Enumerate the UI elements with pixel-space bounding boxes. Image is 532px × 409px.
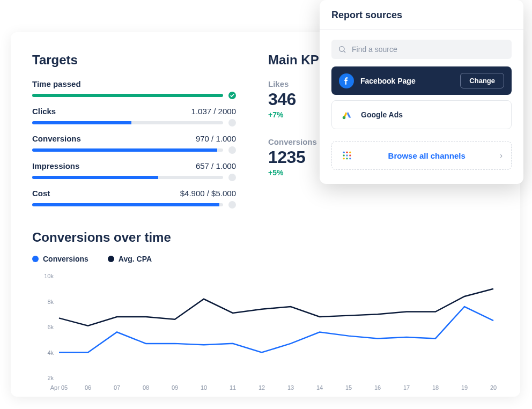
target-row: Impressions 657 / 1.000 <box>32 161 236 181</box>
x-tick-label: 10 <box>201 384 207 391</box>
legend-dot <box>108 256 114 262</box>
apps-grid-icon <box>341 149 353 162</box>
svg-point-2 <box>343 116 346 120</box>
source-name: Facebook Page <box>360 77 454 85</box>
chart-section: Conversions over time Conversions Avg. C… <box>32 230 499 396</box>
target-value: 1.037 / 2000 <box>191 107 236 116</box>
target-row: Conversions 970 / 1.000 <box>32 134 236 154</box>
svg-point-9 <box>343 158 345 159</box>
target-value: $4.900 / $5.000 <box>180 189 236 198</box>
svg-point-8 <box>349 154 351 156</box>
target-label: Conversions <box>32 134 81 143</box>
source-google-ads[interactable]: Google Ads <box>331 100 512 129</box>
series-line <box>59 289 493 326</box>
target-row: Time passed <box>32 79 236 99</box>
target-value: 657 / 1.000 <box>196 161 236 170</box>
x-tick-label: 15 <box>345 384 352 391</box>
x-tick-label: 09 <box>172 384 178 391</box>
legend-label: Conversions <box>43 255 88 263</box>
target-label: Time passed <box>32 79 81 88</box>
target-status-dot <box>228 146 236 154</box>
report-sources-panel: Report sources Facebook Page Change Goog… <box>320 0 523 184</box>
target-progress-bar <box>32 148 223 152</box>
x-tick-label: 06 <box>85 384 91 391</box>
x-tick-label: 11 <box>230 384 236 391</box>
target-row: Clicks 1.037 / 2000 <box>32 107 236 127</box>
target-label: Clicks <box>32 107 56 116</box>
y-tick-label: 10k <box>44 273 54 279</box>
source-search-input[interactable] <box>352 45 505 54</box>
svg-point-5 <box>349 152 351 153</box>
x-tick-label: 19 <box>461 384 468 391</box>
sources-title: Report sources <box>320 0 523 30</box>
legend-label: Avg. CPA <box>119 255 152 263</box>
search-icon <box>338 45 346 54</box>
x-tick-label: Apr 05 <box>50 384 68 391</box>
browse-channels-button[interactable]: Browse all channels › <box>331 141 512 170</box>
y-tick-label: 4k <box>47 349 54 356</box>
x-tick-label: 13 <box>287 384 294 391</box>
source-name: Google Ads <box>361 110 504 119</box>
target-progress-bar <box>32 121 223 124</box>
x-tick-label: 14 <box>316 384 323 391</box>
chart-title: Conversions over time <box>32 230 499 245</box>
x-tick-label: 16 <box>374 384 381 391</box>
target-row: Cost $4.900 / $5.000 <box>32 189 236 209</box>
google-ads-icon <box>339 107 354 122</box>
target-progress-bar <box>32 176 223 179</box>
x-tick-label: 07 <box>114 384 120 391</box>
target-status-dot <box>228 174 236 181</box>
target-label: Cost <box>32 189 50 198</box>
conversions-chart: 10k8k6k4k2kApr 0506070809101112131415161… <box>32 271 499 394</box>
facebook-icon <box>339 73 354 88</box>
legend-item: Avg. CPA <box>108 255 152 263</box>
target-progress-bar <box>32 94 223 97</box>
svg-point-10 <box>346 158 348 159</box>
check-icon <box>228 92 236 99</box>
source-facebook-page[interactable]: Facebook Page Change <box>331 66 512 95</box>
svg-point-6 <box>343 154 345 156</box>
browse-channels-label: Browse all channels <box>361 151 492 160</box>
y-tick-label: 8k <box>47 299 54 305</box>
x-tick-label: 18 <box>432 384 439 391</box>
targets-section: Targets Time passed Clicks 1.037 / 2000 <box>32 53 236 216</box>
svg-line-1 <box>344 51 345 53</box>
target-status-dot <box>228 119 236 127</box>
y-tick-label: 6k <box>47 324 54 330</box>
target-value: 970 / 1.000 <box>196 134 236 143</box>
target-status-dot <box>228 201 236 209</box>
svg-point-0 <box>339 47 344 51</box>
chart-legend: Conversions Avg. CPA <box>32 255 499 263</box>
chevron-right-icon: › <box>500 151 503 160</box>
svg-point-7 <box>346 154 348 156</box>
change-source-button[interactable]: Change <box>460 73 504 88</box>
legend-dot <box>32 256 39 262</box>
svg-point-11 <box>349 158 351 159</box>
series-line <box>59 307 493 353</box>
svg-point-3 <box>343 152 345 153</box>
target-label: Impressions <box>32 161 79 170</box>
target-progress-bar <box>32 203 223 206</box>
x-tick-label: 20 <box>490 384 497 391</box>
x-tick-label: 12 <box>258 384 265 391</box>
legend-item: Conversions <box>32 255 88 263</box>
source-search[interactable] <box>331 40 512 59</box>
x-tick-label: 17 <box>403 384 410 391</box>
svg-point-4 <box>346 152 348 153</box>
targets-title: Targets <box>32 53 236 68</box>
y-tick-label: 2k <box>47 375 54 381</box>
x-tick-label: 08 <box>143 384 149 391</box>
